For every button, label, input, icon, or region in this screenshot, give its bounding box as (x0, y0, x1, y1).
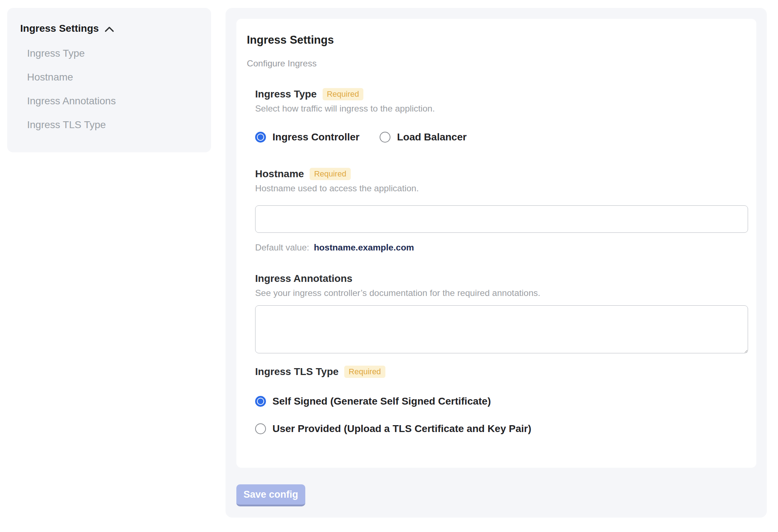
chevron-up-icon[interactable] (105, 25, 114, 32)
default-value-line: Default value: hostname.example.com (255, 242, 748, 253)
settings-panel: Ingress Settings Configure Ingress Ingre… (226, 8, 767, 518)
section-title: Ingress Type (255, 88, 317, 101)
settings-sections: Ingress Type Required Select how traffic… (255, 88, 748, 435)
sidebar: Ingress Settings Ingress Type Hostname I… (7, 8, 211, 152)
section-title: Ingress TLS Type (255, 365, 338, 378)
required-badge: Required (344, 366, 385, 378)
sidebar-item-ingress-annotations[interactable]: Ingress Annotations (27, 95, 116, 107)
radio-label[interactable]: Ingress Controller (272, 131, 359, 144)
radio-option-user-provided[interactable]: User Provided (Upload a TLS Certificate … (255, 422, 748, 435)
section-description: See your ingress controller’s documentat… (255, 287, 748, 298)
section-ingress-type: Ingress Type Required Select how traffic… (255, 88, 748, 144)
sidebar-section-title: Ingress Settings (20, 22, 99, 35)
annotations-textarea[interactable] (255, 305, 748, 353)
radio-icon[interactable] (255, 423, 266, 434)
section-description: Select how traffic will ingress to the a… (255, 103, 748, 114)
sidebar-item-ingress-type[interactable]: Ingress Type (27, 47, 85, 60)
settings-card: Ingress Settings Configure Ingress Ingre… (236, 19, 756, 468)
save-config-button[interactable]: Save config (236, 484, 305, 506)
page-title: Ingress Settings (247, 33, 748, 47)
radio-label[interactable]: User Provided (Upload a TLS Certificate … (272, 422, 531, 435)
section-title: Ingress Annotations (255, 272, 353, 285)
sidebar-item-list: Ingress Type Hostname Ingress Annotation… (27, 47, 198, 131)
radio-option-load-balancer[interactable]: Load Balancer (380, 131, 467, 144)
required-badge: Required (323, 88, 363, 100)
radio-icon[interactable] (380, 132, 390, 143)
tls-radio-group: Self Signed (Generate Self Signed Certif… (255, 395, 748, 435)
radio-option-ingress-controller[interactable]: Ingress Controller (255, 131, 359, 144)
default-value: hostname.example.com (314, 243, 414, 252)
section-hostname: Hostname Required Hostname used to acces… (255, 167, 748, 253)
section-title: Hostname (255, 167, 304, 180)
section-ingress-annotations: Ingress Annotations See your ingress con… (255, 272, 748, 353)
section-description: Hostname used to access the application. (255, 183, 748, 194)
radio-label[interactable]: Load Balancer (397, 131, 467, 144)
radio-option-self-signed[interactable]: Self Signed (Generate Self Signed Certif… (255, 395, 748, 408)
radio-icon[interactable] (255, 396, 266, 407)
hostname-input[interactable] (255, 205, 748, 233)
default-value-label: Default value: (255, 243, 309, 252)
required-badge: Required (310, 168, 350, 180)
radio-label[interactable]: Self Signed (Generate Self Signed Certif… (272, 395, 491, 408)
ingress-type-radio-group: Ingress Controller Load Balancer (255, 131, 748, 144)
page-subtitle: Configure Ingress (247, 58, 748, 69)
sidebar-section-toggle[interactable]: Ingress Settings (20, 22, 114, 35)
sidebar-item-ingress-tls-type[interactable]: Ingress TLS Type (27, 119, 106, 131)
radio-icon[interactable] (255, 132, 266, 143)
sidebar-item-hostname[interactable]: Hostname (27, 71, 73, 83)
section-ingress-tls-type: Ingress TLS Type Required Self Signed (G… (255, 365, 748, 435)
